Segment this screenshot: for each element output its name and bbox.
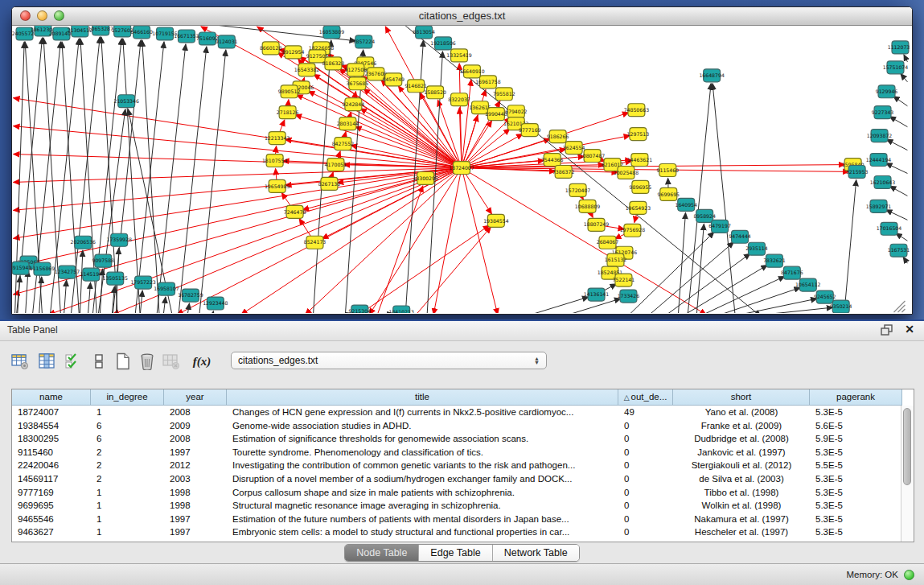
- network-node[interactable]: 6479197: [708, 220, 731, 233]
- rows-icon[interactable]: [88, 351, 109, 372]
- memory-ok-indicator-icon[interactable]: [904, 570, 914, 580]
- network-node[interactable]: 10654112: [795, 278, 820, 291]
- float-panel-icon[interactable]: [881, 324, 893, 336]
- network-node[interactable]: 8471676: [781, 266, 803, 279]
- network-node[interactable]: 8524173: [304, 236, 326, 249]
- network-node[interactable]: 19384554: [483, 214, 508, 227]
- network-node[interactable]: 1297513: [627, 128, 650, 141]
- network-node[interactable]: 18410213: [388, 306, 413, 313]
- close-panel-icon[interactable]: ✕: [905, 323, 914, 336]
- network-node[interactable]: 9890512: [278, 85, 301, 98]
- network-node[interactable]: 16671353: [174, 30, 199, 43]
- network-node[interactable]: 9186266: [547, 130, 569, 143]
- table-row[interactable]: 1830029562008Estimation of significance …: [12, 432, 914, 446]
- table-row[interactable]: 1456911722003Disruption of a novel membe…: [12, 472, 914, 486]
- network-node[interactable]: 17359928: [106, 233, 131, 246]
- network-node[interactable]: 10653287: [88, 26, 113, 35]
- network-node[interactable]: 19218506: [430, 37, 455, 50]
- network-node[interactable]: 9097588: [92, 254, 114, 267]
- network-node[interactable]: 1145194: [80, 268, 103, 281]
- network-node[interactable]: 3675685: [347, 77, 369, 90]
- delete-table-icon[interactable]: [161, 351, 182, 372]
- network-node[interactable]: 9215304: [349, 305, 372, 313]
- column-chooser-icon[interactable]: [36, 351, 57, 372]
- column-header-pagerank[interactable]: pagerank: [810, 389, 902, 406]
- citation-network-graph[interactable]: 1872400718300295866012889129541822605891…: [12, 26, 910, 313]
- network-node[interactable]: 1640954: [675, 198, 697, 211]
- network-node[interactable]: 19654985: [265, 179, 290, 192]
- network-node[interactable]: 9129946: [876, 85, 898, 98]
- network-node[interactable]: 9227343: [872, 106, 894, 119]
- tab-node-table[interactable]: Node Table: [345, 545, 419, 561]
- network-node[interactable]: 9350214: [830, 300, 852, 313]
- network-node[interactable]: 13505135: [102, 272, 127, 285]
- column-header-name[interactable]: name: [12, 389, 91, 406]
- network-node[interactable]: 8427552: [332, 138, 355, 150]
- network-node[interactable]: 15720407: [565, 183, 590, 196]
- network-node[interactable]: 8660128: [260, 42, 282, 55]
- network-node[interactable]: 3215953: [846, 166, 869, 179]
- column-header-year[interactable]: year: [164, 389, 227, 406]
- network-node[interactable]: 7832621: [763, 254, 786, 267]
- select-checks-icon[interactable]: [63, 351, 84, 372]
- column-header-out_de[interactable]: △out_de...: [618, 389, 673, 406]
- network-node[interactable]: 16053809: [319, 26, 344, 39]
- delete-rows-trash-icon[interactable]: [137, 351, 158, 372]
- network-node[interactable]: 17016504: [877, 222, 901, 235]
- network-node[interactable]: 1588520: [424, 86, 446, 99]
- network-node[interactable]: 15751074: [883, 61, 908, 74]
- network-node[interactable]: 13325419: [446, 49, 471, 62]
- network-node[interactable]: 1990448: [485, 108, 507, 121]
- network-node[interactable]: 4170051: [325, 159, 347, 171]
- network-node[interactable]: 9699695: [658, 187, 680, 200]
- column-header-title[interactable]: title: [227, 389, 618, 406]
- network-node[interactable]: 2803144: [337, 117, 359, 130]
- table-row[interactable]: 911546021997Tourette syndrome. Phenomeno…: [12, 446, 914, 459]
- network-node[interactable]: 12213343: [265, 132, 290, 145]
- network-node[interactable]: 8466160: [130, 26, 153, 39]
- table-row[interactable]: 1938455462009Genome-wide association stu…: [12, 419, 914, 433]
- tab-network-table[interactable]: Network Table: [493, 545, 579, 561]
- new-table-icon[interactable]: [113, 351, 133, 372]
- table-row[interactable]: 1872400712008Changes of HCN gene express…: [12, 406, 914, 419]
- column-header-in_degree[interactable]: in_degree: [91, 389, 164, 406]
- table-row[interactable]: 969969511998Structural magnetic resonanc…: [12, 499, 914, 513]
- network-node[interactable]: 9777169: [519, 124, 541, 137]
- network-node[interactable]: 2935114: [745, 242, 768, 255]
- table-row[interactable]: 946362711997Embryonic stem cells: a mode…: [12, 525, 914, 539]
- network-node[interactable]: 19654923: [626, 201, 651, 214]
- network-node[interactable]: 14463621: [627, 154, 652, 167]
- network-node[interactable]: 9242844: [343, 98, 365, 111]
- network-node[interactable]: 18107554: [262, 154, 287, 167]
- network-node[interactable]: 1733426: [618, 290, 640, 303]
- network-node[interactable]: 10688809: [575, 200, 600, 212]
- network-node[interactable]: 18807249: [584, 218, 609, 231]
- network-node[interactable]: 9124031: [216, 35, 238, 48]
- network-node[interactable]: 74850663: [624, 104, 649, 117]
- network-node[interactable]: 2684067: [597, 236, 619, 249]
- network-node[interactable]: 9115460: [657, 164, 680, 177]
- network-node[interactable]: 9474444: [729, 230, 751, 243]
- network-node[interactable]: 7386372: [552, 166, 575, 179]
- network-node[interactable]: 7544366: [541, 154, 564, 167]
- network-node[interactable]: 7246478: [284, 205, 306, 218]
- vertical-scrollbar[interactable]: [901, 406, 914, 542]
- resize-grip-icon[interactable]: [893, 301, 905, 312]
- network-node[interactable]: 8322037: [448, 93, 470, 106]
- scrollbar-thumb[interactable]: [903, 408, 911, 485]
- network-node[interactable]: 8454749: [382, 73, 405, 86]
- tab-edge-table[interactable]: Edge Table: [419, 545, 492, 561]
- table-select-dropdown[interactable]: citations_edges.txt ▲▼: [231, 352, 547, 369]
- network-node[interactable]: 16648794: [699, 69, 724, 82]
- table-row[interactable]: 977716911998Corpus callosum shape and si…: [12, 486, 914, 500]
- network-node[interactable]: 9127508: [345, 64, 368, 76]
- network-node[interactable]: 8186328: [322, 57, 345, 70]
- network-node[interactable]: 2718126: [277, 106, 299, 119]
- network-node[interactable]: 16782759: [178, 289, 203, 302]
- table-row[interactable]: 946554611997Estimation of the future num…: [12, 513, 914, 526]
- network-node[interactable]: 6794022: [505, 105, 528, 118]
- network-node[interactable]: 1615132: [605, 253, 627, 266]
- network-graph-canvas[interactable]: 1872400718300295866012889129541822605891…: [12, 26, 910, 313]
- network-node[interactable]: 10807487: [580, 150, 605, 163]
- table-settings-icon[interactable]: [10, 351, 31, 372]
